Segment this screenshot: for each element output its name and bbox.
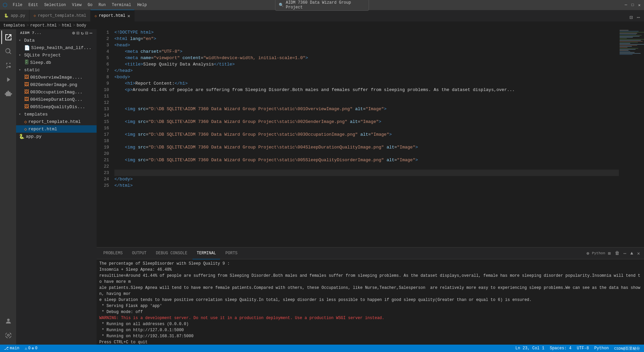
sidebar-item-apppy[interactable]: 🐍 app.py bbox=[16, 133, 97, 140]
breadcrumb-templates[interactable]: templates bbox=[3, 23, 25, 28]
activity-settings[interactable] bbox=[1, 328, 15, 342]
panel: PROBLEMS OUTPUT DEBUG CONSOLE TERMINAL P… bbox=[97, 247, 644, 345]
sidebar-refresh-button[interactable]: ↻ bbox=[81, 30, 84, 36]
line-number-25: 25 bbox=[97, 182, 109, 189]
menu-item-selection[interactable]: Selection bbox=[42, 2, 69, 8]
status-encoding[interactable]: UTF-8 bbox=[576, 346, 590, 351]
activity-debug[interactable] bbox=[1, 73, 15, 86]
search-bar[interactable]: 🔍 AIDM 7360 Data Wizard Group Project bbox=[275, 0, 369, 11]
sidebar-item-005sleepquality[interactable]: 🖼 005SleepQualityDis... bbox=[16, 103, 97, 111]
code-line-24: </body> bbox=[114, 176, 619, 182]
code-line-2: <html lang="en"> bbox=[114, 36, 619, 42]
editor-plus-minimap: 1234567891011121314151617181920212223242… bbox=[97, 29, 644, 247]
terminal-line: Press CTRL+C to quit bbox=[99, 339, 641, 345]
git-branch-label: main bbox=[10, 346, 19, 351]
line-number-5: 5 bbox=[97, 55, 109, 61]
terminal-line: * Serving Flask app 'app' bbox=[99, 303, 641, 309]
tab-report-template-label: report_template.html bbox=[38, 13, 86, 18]
split-editor-button[interactable]: ⊡ bbox=[628, 13, 634, 21]
editor-area: 1234567891011121314151617181920212223242… bbox=[97, 29, 644, 345]
sidebar-item-report-html[interactable]: ◇ report.html bbox=[16, 125, 97, 133]
tree-arrow-templates: ▾ bbox=[19, 112, 23, 116]
menu-item-edit[interactable]: Edit bbox=[26, 2, 41, 8]
sidebar-collapse-button[interactable]: ⊟ bbox=[85, 30, 88, 36]
panel-tab-output[interactable]: OUTPUT bbox=[128, 248, 151, 259]
status-errors[interactable]: ⚠ 0 ⊗ 0 bbox=[23, 346, 39, 351]
code-line-14 bbox=[114, 112, 619, 119]
status-bar-right: Ln 23, Col 1 Spaces: 4 UTF-8 Python CSDN… bbox=[514, 346, 641, 351]
terminal-more-button[interactable]: ⋯ bbox=[622, 250, 628, 257]
tab-report-html[interactable]: ◇ report.html ✕ bbox=[91, 10, 135, 21]
sidebar-section-sqlite[interactable]: ▾ SQLite Project bbox=[16, 51, 97, 59]
line-number-8: 8 bbox=[97, 74, 109, 80]
sidebar-new-file-button[interactable]: ⊕ bbox=[72, 30, 75, 36]
activity-explorer[interactable] bbox=[1, 31, 15, 44]
panel-tab-terminal[interactable]: TERMINAL bbox=[193, 248, 220, 259]
activity-extensions[interactable] bbox=[1, 87, 15, 100]
sidebar-item-sleepdb[interactable]: 🗄 Sleep.db bbox=[16, 59, 97, 66]
sidebar-item-003occupation[interactable]: 🖼 003OccupationImag... bbox=[16, 88, 97, 96]
git-branch-icon: ⎇ bbox=[4, 346, 9, 351]
code-line-20 bbox=[114, 150, 619, 157]
sidebar-section-static[interactable]: ▾ static bbox=[16, 66, 97, 74]
sidebar-html-icon-2: ◇ bbox=[24, 126, 27, 132]
breadcrumb-report-html[interactable]: report.html bbox=[30, 23, 57, 28]
sidebar-item-004sleepduration[interactable]: 🖼 004SleepDurationQ... bbox=[16, 96, 97, 103]
panel-tab-problems[interactable]: PROBLEMS bbox=[99, 248, 127, 259]
menu-item-terminal[interactable]: Terminal bbox=[109, 2, 134, 8]
panel-tab-ports[interactable]: PORTS bbox=[221, 248, 241, 259]
terminal-content[interactable]: The percentage of SleepDisorder with Sle… bbox=[97, 259, 644, 345]
activity-git[interactable] bbox=[1, 59, 15, 72]
breadcrumb: templates > report.html > html > body bbox=[0, 22, 644, 29]
terminal-new-button[interactable]: ⊕ bbox=[585, 250, 590, 257]
line-number-2: 2 bbox=[97, 36, 109, 42]
line-number-20: 20 bbox=[97, 150, 109, 157]
code-line-13: <img src="D:\DB SQLITE\AIDM 7360 Data Wi… bbox=[114, 106, 619, 112]
tab-report-template[interactable]: ◇ report_template.html bbox=[30, 10, 91, 21]
code-content[interactable]: <!DOCTYPE html><html lang="en"><head> <m… bbox=[112, 29, 619, 247]
breadcrumb-body[interactable]: body bbox=[76, 23, 86, 28]
sidebar-section-templates[interactable]: ▾ templates bbox=[16, 111, 97, 118]
code-line-9: <h1>Report Content:</h1> bbox=[114, 80, 619, 87]
status-git-branch[interactable]: ⎇ main bbox=[3, 346, 21, 351]
minimize-button[interactable]: ─ bbox=[624, 3, 628, 7]
terminal-line: * Debug mode: off bbox=[99, 309, 641, 315]
sidebar-item-sleep-health[interactable]: 📄 Sleep_health_and_lif... bbox=[16, 44, 97, 51]
terminal-maximize-button[interactable]: ▲ bbox=[629, 250, 634, 257]
more-actions-button[interactable]: ⋯ bbox=[635, 13, 641, 21]
menu-item-go[interactable]: Go bbox=[85, 2, 95, 8]
status-indentation[interactable]: Spaces: 4 bbox=[548, 346, 573, 351]
panel-tabs: PROBLEMS OUTPUT DEBUG CONSOLE TERMINAL P… bbox=[97, 248, 644, 259]
terminal-kill-button[interactable]: 🗑 bbox=[613, 250, 621, 257]
menu-item-run[interactable]: Run bbox=[96, 2, 109, 8]
line-number-11: 11 bbox=[97, 93, 109, 99]
close-button[interactable]: ✕ bbox=[637, 3, 641, 7]
status-language[interactable]: Python bbox=[593, 346, 610, 351]
maximize-button[interactable]: □ bbox=[631, 3, 635, 7]
sidebar-section-data[interactable]: ▾ Data bbox=[16, 37, 97, 44]
terminal-line: Insomnia + Sleep Apnea: 46.48% bbox=[99, 267, 641, 273]
tab-app-py[interactable]: 🐍 app.py bbox=[0, 10, 30, 21]
menu-item-file[interactable]: File bbox=[10, 2, 25, 8]
title-bar-left: ⬡ FileEditSelectionViewGoRunTerminalHelp bbox=[3, 2, 150, 8]
sidebar-new-folder-button[interactable]: ⊡ bbox=[76, 30, 79, 36]
tab-app-py-icon: 🐍 bbox=[4, 13, 9, 18]
breadcrumb-html[interactable]: html bbox=[62, 23, 71, 28]
terminal-type-label: Python bbox=[592, 251, 605, 255]
terminal-close-button[interactable]: ✕ bbox=[636, 250, 641, 257]
panel-tab-debug-console[interactable]: DEBUG CONSOLE bbox=[152, 248, 192, 259]
line-number-13: 13 bbox=[97, 106, 109, 112]
sidebar-item-report-template[interactable]: ◇ report_template.html bbox=[16, 118, 97, 125]
tab-report-html-close[interactable]: ✕ bbox=[127, 13, 130, 19]
sidebar-item-002gender[interactable]: 🖼 002GenderImage.png bbox=[16, 81, 97, 88]
sidebar-more-button[interactable]: ⋯ bbox=[90, 30, 93, 36]
menu-item-view[interactable]: View bbox=[69, 2, 84, 8]
sidebar-item-001overview[interactable]: 🖼 001OverviewImage.... bbox=[16, 74, 97, 81]
terminal-split-button[interactable]: ⊞ bbox=[606, 250, 612, 257]
activity-accounts[interactable] bbox=[1, 314, 15, 328]
activity-search[interactable] bbox=[1, 45, 15, 58]
menu-item-help[interactable]: Help bbox=[135, 2, 150, 8]
code-editor[interactable]: 1234567891011121314151617181920212223242… bbox=[97, 29, 619, 247]
status-cursor-position[interactable]: Ln 23, Col 1 bbox=[514, 346, 546, 351]
terminal-line: * Running on http://127.0.0.1:5000 bbox=[99, 327, 641, 333]
